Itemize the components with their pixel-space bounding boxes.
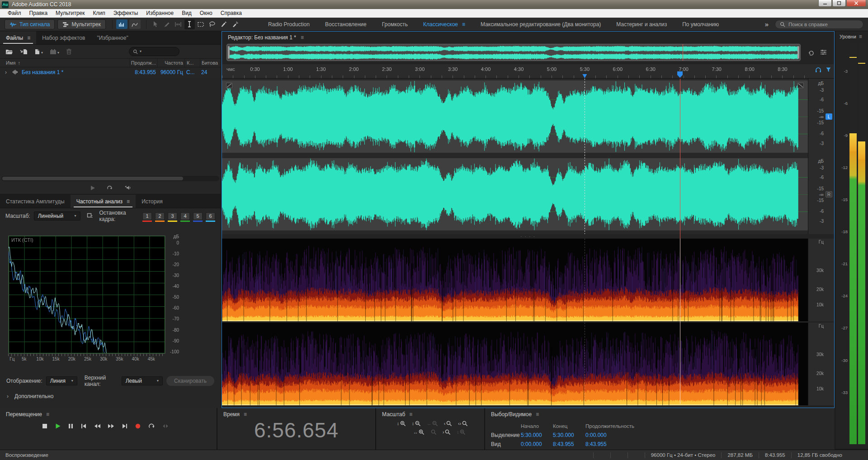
panel-menu-icon[interactable]: ≡ — [244, 411, 247, 418]
zoom-to-selection-end-icon[interactable]: › — [443, 429, 451, 435]
move-tool-icon[interactable] — [151, 19, 161, 29]
fade-in-handle-icon[interactable] — [226, 83, 232, 88]
selection-start-value[interactable]: 5:30.000 — [521, 432, 553, 438]
workspace-item[interactable]: Громкость ≡ — [382, 21, 408, 28]
overview-strip[interactable] — [226, 44, 801, 61]
spectral-area-left[interactable]: Гц30k20k10k — [222, 239, 834, 321]
close-button[interactable] — [846, 0, 866, 7]
open-file-icon[interactable] — [5, 49, 13, 55]
zoom-in-frequency-icon[interactable]: ↕ — [457, 429, 466, 435]
skip-to-next-icon[interactable] — [122, 423, 128, 429]
panel-tab[interactable]: "Избранное" ≡ — [91, 31, 134, 44]
auto-play-icon[interactable] — [124, 185, 131, 191]
play-icon[interactable] — [55, 423, 61, 429]
overview-right-handle[interactable] — [797, 46, 799, 59]
column-header-bit-depth[interactable]: Битова — [200, 59, 221, 67]
display-dropdown[interactable]: Линия▾ — [46, 376, 77, 385]
frame-hold-button[interactable]: 6 — [206, 212, 215, 220]
headphones-icon[interactable] — [815, 67, 821, 73]
help-search-box[interactable] — [775, 20, 863, 29]
zoom-to-selection-icon[interactable]: ‹› — [458, 420, 468, 427]
media-browser-icon[interactable]: ▾ — [50, 49, 59, 55]
scrollbar-thumb[interactable] — [2, 177, 183, 180]
right-channel-badge[interactable]: R — [826, 191, 832, 197]
file-row[interactable]: › Без названия 1 * 8:43.955 96000 Гц С..… — [0, 67, 221, 77]
play-icon[interactable] — [90, 185, 95, 191]
files-horizontal-scrollbar[interactable] — [1, 176, 219, 181]
column-header-sample-rate[interactable]: Частота — [157, 59, 184, 67]
amplitude-scale[interactable]: дБ-3-6-15-∞-15-6-3 L дБ-3-6-15-∞-15-6-3 … — [808, 79, 834, 234]
marquee-selection-tool-icon[interactable] — [196, 19, 206, 29]
razor-tool-icon[interactable] — [162, 19, 172, 29]
workspace-item[interactable]: Классическое ≡ — [423, 21, 465, 28]
zoom-out-full-icon[interactable]: ↔ — [427, 420, 438, 427]
waveform-editor-toggle[interactable]: Тип сигнала — [5, 19, 55, 29]
panel-tab[interactable]: Файлы ≡ — [0, 31, 36, 44]
workspace-item[interactable]: По умолчанию ≡ — [682, 21, 719, 28]
workspace-item[interactable]: Мастеринг и анализ ≡ — [616, 21, 667, 28]
selection-end-value[interactable]: 5:30.000 — [553, 432, 585, 438]
lasso-selection-tool-icon[interactable] — [207, 19, 217, 29]
panel-menu-icon[interactable]: ≡ — [409, 411, 412, 418]
menu-item[interactable]: Эффекты — [109, 9, 142, 18]
top-channel-dropdown[interactable]: Левый▾ — [122, 376, 163, 385]
help-search-input[interactable] — [788, 22, 859, 27]
panel-menu-icon[interactable]: ≡ — [536, 411, 539, 418]
frequency-scale[interactable]: Гц30k20k10k — [808, 323, 834, 405]
frequency-scale[interactable]: Гц30k20k10k — [808, 239, 834, 321]
selection-duration-value[interactable]: 0:00.000 — [585, 432, 662, 438]
zoom-to-selection-start-icon[interactable]: ‹ — [444, 420, 452, 427]
zoom-in-time-icon[interactable]: ↔ — [413, 429, 425, 435]
panel-menu-icon[interactable]: ≡ — [27, 35, 30, 41]
expander-icon[interactable]: › — [3, 69, 9, 75]
maximize-button[interactable] — [832, 0, 846, 7]
spectral-pin-icon[interactable] — [826, 67, 831, 73]
zoom-in-amplitude-icon[interactable]: ↕ — [397, 420, 406, 427]
files-search-field[interactable]: ▾ — [129, 47, 179, 56]
waveform-channel-left[interactable] — [222, 80, 808, 153]
reset-zoom-icon[interactable] — [808, 49, 815, 56]
multitrack-toggle[interactable]: Мультитрек — [57, 19, 105, 29]
frame-hold-button[interactable]: 5 — [193, 212, 203, 220]
toolbar-overflow-button[interactable]: » — [765, 20, 769, 28]
workspace-item[interactable]: Восстановление ≡ — [325, 21, 367, 28]
view-splitter[interactable]: · · · · — [222, 234, 834, 239]
waveform-area[interactable]: дБ-3-6-15-∞-15-6-3 L дБ-3-6-15-∞-15-6-3 … — [222, 79, 834, 234]
frame-hold-button[interactable]: 2 — [155, 212, 165, 220]
fast-forward-icon[interactable] — [108, 423, 115, 429]
editor-settings-icon[interactable] — [820, 49, 827, 56]
new-content-icon[interactable]: ▾ — [34, 49, 43, 55]
time-display[interactable]: 6:56.654 — [217, 418, 375, 442]
frame-hold-button[interactable]: 4 — [180, 212, 190, 220]
view-end-value[interactable]: 8:43.955 — [553, 441, 585, 447]
workspace-item[interactable]: Radio Production ≡ — [268, 21, 310, 28]
menu-item[interactable]: Клип — [89, 9, 109, 18]
paintbrush-selection-tool-icon[interactable] — [218, 19, 229, 29]
frame-hold-button[interactable]: 1 — [142, 212, 152, 220]
panel-tab[interactable]: История ≡ — [136, 195, 169, 208]
left-channel-badge[interactable]: L — [826, 113, 832, 120]
zoom-reset-icon[interactable] — [430, 429, 437, 435]
zoom-out-amplitude-icon[interactable]: ↕ — [412, 420, 421, 427]
frame-hold-button[interactable]: 3 — [168, 212, 177, 220]
menu-item[interactable]: Правка — [25, 9, 52, 18]
overview-playhead[interactable] — [683, 44, 683, 61]
spectral-display-button[interactable] — [129, 19, 141, 29]
record-icon[interactable] — [135, 423, 141, 429]
view-start-value[interactable]: 0:00.000 — [521, 441, 553, 447]
workspace-menu-icon[interactable]: ≡ — [462, 21, 465, 28]
panel-tab[interactable]: Статистика Амплитуды ≡ — [0, 195, 71, 208]
skip-selection-icon[interactable] — [162, 423, 169, 429]
rewind-icon[interactable] — [94, 423, 101, 429]
stop-icon[interactable] — [42, 423, 48, 429]
column-header-name[interactable]: Имя↑ — [0, 59, 129, 67]
time-selection-tool-icon[interactable] — [184, 19, 195, 29]
view-duration-value[interactable]: 8:43.955 — [585, 441, 662, 447]
search-options-caret[interactable]: ▾ — [140, 50, 142, 53]
level-meters[interactable]: -3-6-9-12-15-18-21-24-27-30-33 — [835, 43, 868, 444]
menu-item[interactable]: Избранное — [142, 9, 178, 18]
scan-button[interactable]: Сканировать — [166, 376, 214, 386]
menu-item[interactable]: Вид — [178, 9, 196, 18]
slip-tool-icon[interactable] — [173, 19, 184, 29]
menu-item[interactable]: Мультитрек — [52, 9, 89, 18]
